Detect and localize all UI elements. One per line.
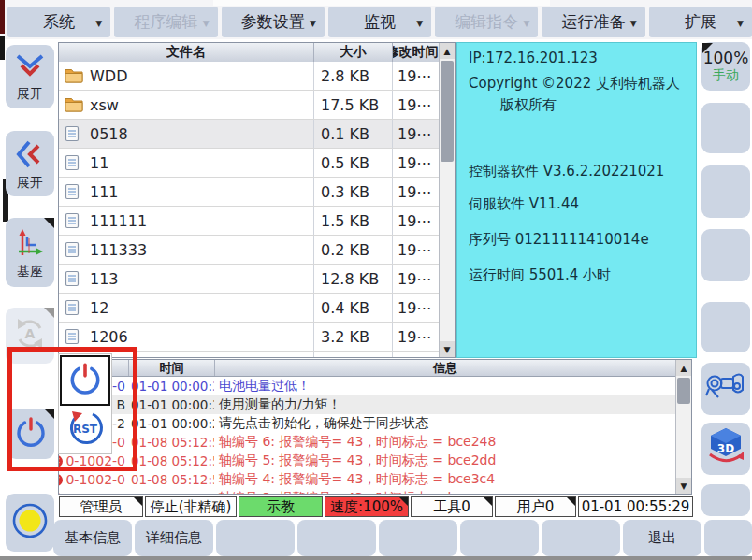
robot-controller-screen: 系统▼ 程序编辑▼ 参数设置▼ 监视▼ 编辑指令▼ 运行准备▼ 扩展▼ 展开 展… — [0, 0, 752, 560]
file-icon — [65, 154, 83, 171]
menu-parameter-settings[interactable]: 参数设置▼ — [222, 7, 325, 37]
file-row[interactable]: 1113330.2 KB19⋯ — [59, 236, 441, 265]
window-edge-fragment — [0, 0, 5, 34]
file-row[interactable]: 120.4 KB19⋯ — [59, 294, 441, 323]
file-row[interactable]: 05180.1 KB19⋯ — [59, 120, 441, 149]
tab-empty-6[interactable] — [704, 520, 752, 556]
file-icon — [65, 125, 83, 142]
log-scrollbar-thumb[interactable] — [677, 378, 690, 404]
file-size: 2.8 KB — [313, 62, 392, 90]
file-time: 19⋯ — [392, 323, 441, 351]
cube-3d-icon: 3D — [704, 426, 747, 471]
column-header-modified-time[interactable]: 修改时间 — [392, 43, 439, 62]
double-chevron-down-icon — [14, 53, 46, 85]
user-frame-indicator[interactable]: 用户0 — [495, 496, 576, 517]
mode-manual-label: 手动 — [701, 67, 750, 84]
tool-indicator[interactable]: 工具0 — [411, 496, 493, 517]
dropdown-corner-mark — [702, 43, 713, 53]
log-message: 轴编号 6: 报警编号= 43 , 时间标志 = bce248 — [214, 434, 675, 451]
file-row[interactable]: 11312.8 KB19⋯ — [59, 265, 441, 294]
file-size: 12.8 KB — [313, 265, 392, 293]
log-message: 轴编号 3: 报警编号= 43 , 时间标志 = bce — [214, 490, 675, 495]
base-label: 基座 — [17, 265, 43, 279]
right-sidebar-empty-button-1[interactable] — [701, 103, 750, 153]
ip-address: IP:172.16.201.123 — [469, 50, 598, 66]
base-frame-button[interactable]: 基座 — [6, 218, 54, 287]
menu-edit-commands: 编辑指令▼ — [435, 7, 538, 37]
file-name: xsw — [90, 96, 119, 114]
speed-indicator[interactable]: 速度:100% — [325, 496, 409, 517]
log-message: 轴编号 5: 报警编号= 43 , 时间标志 = bce2dd — [214, 452, 675, 469]
file-row[interactable]: 1110.3 KB19⋯ — [59, 178, 441, 207]
log-row[interactable]: ✕0-1002-001-08 05:12:52轴编号 4: 报警编号= 43 ,… — [59, 470, 675, 489]
dropdown-corner-mark — [484, 497, 492, 506]
status-lamp-button[interactable] — [6, 494, 54, 552]
coordinate-axes-icon — [14, 227, 46, 263]
file-scrollbar[interactable]: ▲ ▼ — [439, 43, 455, 357]
tab-empty-5[interactable] — [542, 520, 620, 556]
tab-empty-1[interactable] — [216, 520, 295, 556]
expand-left-button[interactable]: 展开 — [6, 131, 54, 196]
tab-exit[interactable]: 退出 — [623, 520, 701, 556]
role-indicator[interactable]: 管理员 — [59, 496, 143, 517]
copyright-line2: 版权所有 — [500, 96, 557, 114]
file-name: 113 — [90, 270, 119, 288]
column-header-size[interactable]: 大小 — [313, 43, 392, 62]
log-message: 使用测量的力/力矩！ — [214, 396, 675, 413]
robot-gripper-icon — [704, 369, 747, 409]
log-row[interactable]: ✕0-1002-001-08 05:12:52轴编号 5: 报警编号= 43 ,… — [59, 452, 675, 470]
log-row[interactable]: 02-001-08 05:12:52轴编号 6: 报警编号= 43 , 时间标志… — [59, 433, 675, 452]
file-size: 17.5 KB — [313, 91, 392, 119]
log-row[interactable]: 9-201-01 00:00:27请先点击初始化，确保处于同步状态 — [59, 414, 675, 433]
window-edge-fragment — [0, 36, 5, 60]
column-header-log-info[interactable]: 信息 — [214, 360, 675, 376]
file-row[interactable]: 1111111.5 KB19⋯ — [59, 207, 441, 236]
menu-system[interactable]: 系统▼ — [7, 7, 110, 37]
file-time: 19⋯ — [392, 178, 441, 206]
menu-extension[interactable]: 扩展▼ — [649, 7, 752, 37]
log-row[interactable]: B01-01 00:00:30使用测量的力/力矩！ — [59, 395, 675, 414]
tab-empty-4[interactable] — [460, 520, 539, 556]
file-row[interactable]: WDD2.8 KB19⋯ — [59, 62, 441, 91]
menu-monitor[interactable]: 监视▼ — [328, 7, 431, 37]
column-header-filename[interactable]: 文件名 — [59, 43, 313, 62]
menu-run-preparation[interactable]: 运行准备▼ — [542, 7, 644, 37]
scroll-down-icon[interactable]: ▼ — [676, 478, 691, 494]
expand-down-button[interactable]: 展开 — [6, 45, 54, 108]
right-sidebar-empty-button-3[interactable] — [701, 229, 750, 281]
tab-empty-2[interactable] — [297, 520, 376, 556]
tab-basic-info[interactable]: 基本信息 — [53, 520, 132, 556]
runtime-hours: 运行时间 5501.4 小时 — [469, 266, 611, 284]
right-sidebar-empty-button-2[interactable] — [701, 165, 750, 218]
file-size: 0.3 KB — [313, 178, 392, 206]
log-time: 01-01 00:00:30 — [128, 397, 214, 412]
scroll-down-icon[interactable]: ▼ — [440, 341, 455, 357]
cube-3d-text: 3D — [717, 442, 734, 455]
menu-label: 扩展 — [685, 11, 716, 33]
file-time: 19⋯ — [392, 352, 441, 358]
right-sidebar-empty-button-4[interactable] — [701, 302, 750, 352]
speed-mode-button[interactable]: 100% 手动 — [701, 42, 750, 91]
log-scrollbar[interactable]: ▲ ▼ — [675, 360, 691, 494]
menu-label: 参数设置 — [241, 11, 305, 33]
bottom-edge-strip — [0, 556, 752, 560]
view-3d-button[interactable]: 3D — [701, 423, 750, 475]
file-scrollbar-thumb[interactable] — [441, 61, 454, 162]
teach-pendant-button[interactable] — [701, 363, 750, 415]
scroll-up-icon[interactable]: ▲ — [676, 360, 691, 376]
column-header-log-time[interactable]: 时间 — [128, 360, 214, 376]
file-row[interactable]: 110.5 KB19⋯ — [59, 149, 441, 178]
menu-label: 运行准备 — [562, 11, 626, 33]
log-row[interactable]: -001-01 00:00:30电池电量过低！ — [59, 377, 675, 395]
log-table-body: -001-01 00:00:30电池电量过低！B01-01 00:00:30使用… — [59, 377, 675, 495]
scroll-up-icon[interactable]: ▲ — [440, 43, 455, 59]
tab-empty-3[interactable] — [379, 520, 457, 556]
tab-detailed-info[interactable]: 详细信息 — [135, 520, 213, 556]
file-row[interactable]: xsw17.5 KB19⋯ — [59, 91, 441, 120]
log-row[interactable]: ✕0-1002-001-08 05:12:52轴编号 3: 报警编号= 43 ,… — [59, 489, 675, 495]
log-time: 01-01 00:00:27 — [128, 416, 214, 431]
file-icon — [65, 328, 83, 345]
right-sidebar-empty-button-5[interactable] — [701, 484, 750, 516]
dropdown-corner-mark — [134, 497, 142, 506]
file-time: 19⋯ — [392, 207, 441, 235]
